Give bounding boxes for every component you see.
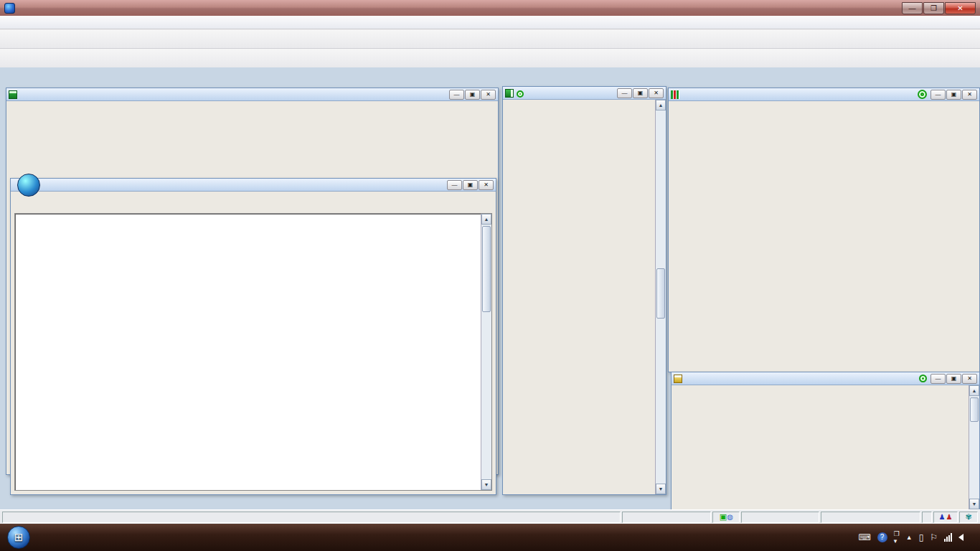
manager-restore-button[interactable]: ▣ xyxy=(463,180,478,190)
system-tray: ⌨ ? ❐▾ ▲ ▯ ⚐ xyxy=(852,530,977,545)
quotes-minimize-button[interactable]: — xyxy=(449,90,464,100)
server-time xyxy=(622,512,711,523)
orderbook-window-icon xyxy=(505,89,514,98)
scroll-up-icon[interactable]: ▲ xyxy=(969,385,979,396)
trades-titlebar[interactable]: — ▣ ✕ xyxy=(672,372,979,385)
maximize-button[interactable]: ❐ xyxy=(923,2,944,14)
chart-close-button[interactable]: ✕ xyxy=(962,90,977,100)
smarttrade-main-window: — ❐ ✕ ▼ — ▣ xyxy=(0,0,980,524)
orderbook-minimize-button[interactable]: — xyxy=(617,88,632,98)
smarttrade-app-icon xyxy=(4,3,15,14)
manager-window-icon xyxy=(17,174,40,197)
orderbook-close-button[interactable]: ✕ xyxy=(649,88,664,98)
desktop: — ❐ ✕ ▼ — ▣ xyxy=(0,0,980,551)
chart-titlebar[interactable]: — ▣ ✕ xyxy=(669,88,979,101)
chart-window-icon xyxy=(671,90,679,99)
help-icon[interactable]: ? xyxy=(877,532,887,542)
account-manager-window: — ▣ ✕ ▲ ▼ xyxy=(10,178,496,495)
network-icon[interactable] xyxy=(944,533,952,542)
chart-restore-button[interactable]: ▣ xyxy=(946,90,961,100)
trades-close-button[interactable]: ✕ xyxy=(962,374,977,384)
orderbook-titlebar[interactable]: — ▣ ✕ xyxy=(503,87,666,100)
trades-window: — ▣ ✕ ▲ ▼ xyxy=(671,372,980,509)
orderbook-scrollbar[interactable]: ▲ ▼ xyxy=(655,100,666,494)
eject-device-icon[interactable]: ▯ xyxy=(919,532,924,542)
trades-connection-icon xyxy=(919,375,927,382)
scroll-down-icon[interactable]: ▼ xyxy=(969,499,979,509)
trades-restore-button[interactable]: ▣ xyxy=(946,374,961,384)
orderbook-scroll-thumb[interactable] xyxy=(656,268,665,319)
manager-close-button[interactable]: ✕ xyxy=(479,180,494,190)
link-time xyxy=(741,512,819,523)
orderbook-title xyxy=(517,89,524,98)
scroll-up-icon[interactable]: ▲ xyxy=(656,100,666,110)
quotes-titlebar[interactable]: — ▣ ✕ xyxy=(6,88,498,101)
close-button[interactable]: ✕ xyxy=(945,2,976,14)
chart-connection-icon xyxy=(918,90,927,99)
quotes-restore-button[interactable]: ▣ xyxy=(465,90,480,100)
ms-status-icon: ✾ xyxy=(959,512,978,523)
scroll-down-icon[interactable]: ▼ xyxy=(656,484,666,494)
manager-tabs xyxy=(11,192,496,194)
manager-titlebar[interactable]: — ▣ ✕ xyxy=(11,179,496,192)
chart-minimize-button[interactable]: — xyxy=(930,90,946,100)
toolbar-main xyxy=(0,29,980,49)
trades-scroll-thumb[interactable] xyxy=(970,397,979,422)
tray-expand-icon[interactable]: ▲ xyxy=(906,534,913,541)
scroll-down-icon[interactable]: ▼ xyxy=(481,479,491,490)
manager-minimize-button[interactable]: — xyxy=(447,180,462,190)
scroll-up-icon[interactable]: ▲ xyxy=(481,214,491,225)
manager-scroll-thumb[interactable] xyxy=(482,226,491,312)
mdi-workspace: — ▣ ✕ — ▣ ✕ xyxy=(0,67,980,509)
action-center-flag-icon[interactable]: ⚐ xyxy=(930,532,938,542)
manager-scrollbar[interactable]: ▲ ▼ xyxy=(481,214,491,490)
caption-buttons: — ❐ ✕ xyxy=(901,2,976,14)
connection-status-icon: ▣◍ xyxy=(712,512,740,523)
manager-client: ▲ ▼ xyxy=(14,213,492,491)
toolbar-chart-tools xyxy=(0,49,980,68)
trades-window-icon xyxy=(674,375,682,383)
start-button[interactable]: ⊞ xyxy=(7,526,30,549)
chart-window: — ▣ ✕ xyxy=(668,88,980,372)
quotes-window-icon xyxy=(9,90,17,99)
volume-icon[interactable] xyxy=(958,534,963,541)
traffic-counter xyxy=(821,512,920,523)
trades-scrollbar[interactable]: ▲ ▼ xyxy=(969,385,979,509)
minimize-button[interactable]: — xyxy=(902,2,923,14)
windows-taskbar: ⊞ ⌨ ? ❐▾ ▲ ▯ ⚐ xyxy=(0,524,980,551)
traders-online-icon: ♟♟ xyxy=(933,512,958,523)
keyboard-icon[interactable]: ⌨ xyxy=(858,532,870,542)
restore-windows-icon[interactable]: ❐▾ xyxy=(894,530,900,545)
quotes-close-button[interactable]: ✕ xyxy=(481,90,496,100)
status-bar: ▣◍ ♟♟ ✾ xyxy=(0,509,980,524)
orderbook-window: — ▣ ✕ ▲ ▼ xyxy=(502,86,666,495)
status-empty-panel xyxy=(2,512,621,523)
orderbook-restore-button[interactable]: ▣ xyxy=(633,88,648,98)
menu-bar xyxy=(0,16,980,29)
main-titlebar[interactable]: — ❐ ✕ xyxy=(0,0,980,16)
trades-minimize-button[interactable]: — xyxy=(930,374,946,384)
connection-indicator-icon xyxy=(517,90,524,98)
status-spacer xyxy=(922,512,932,523)
